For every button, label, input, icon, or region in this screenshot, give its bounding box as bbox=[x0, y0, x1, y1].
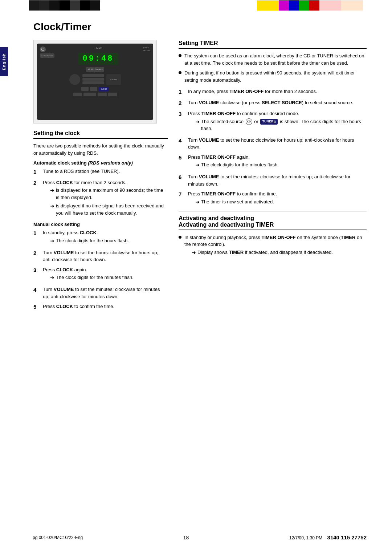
power-button-icon bbox=[40, 46, 46, 52]
arrow-item-5: ➜ The clock digits for the minutes flash… bbox=[195, 161, 367, 169]
select-source-btn-area: SELECT SOURCE bbox=[86, 67, 104, 72]
step-content: Press TIMER ON•OFF to confirm the time. … bbox=[188, 190, 367, 207]
arrow-item-3: ➜ The selected source CD or TUNER ))) is… bbox=[195, 118, 367, 132]
step-number: 6 bbox=[179, 173, 186, 187]
timer-step-6: 6 Turn VOLUME to set the minutes: clockw… bbox=[179, 173, 367, 187]
arrow-icon: ➜ bbox=[195, 198, 200, 206]
setting-clock-intro: There are two possible methods for setti… bbox=[33, 142, 168, 157]
two-column-layout: STANDBY ON TIMER 09:48 TUNER GALLERY bbox=[33, 40, 367, 314]
step-content: Turn VOLUME to set the hours: clockwise … bbox=[188, 137, 367, 151]
arrow-item-7: ➜ The timer is now set and activated. bbox=[195, 198, 367, 206]
device-inner: STANDBY ON TIMER 09:48 TUNER GALLERY bbox=[37, 44, 153, 120]
activating-timer-header: Activating and deactivatingActivating an… bbox=[179, 215, 367, 230]
arrow-text: The timer is now set and activated. bbox=[201, 198, 274, 206]
standby-label: STANDBY ON bbox=[40, 53, 54, 58]
swatch-black-1 bbox=[29, 0, 39, 11]
arrow-icon: ➜ bbox=[192, 249, 196, 256]
step-number: 7 bbox=[179, 190, 186, 207]
step-number: 2 bbox=[33, 249, 41, 263]
arrow-text: is displayed for a maximum of 90 seconds… bbox=[56, 187, 168, 201]
playback-buttons: CLOCK bbox=[81, 87, 109, 91]
device-image: STANDBY ON TIMER 09:48 TUNER GALLERY bbox=[33, 40, 157, 123]
step-content: In standby, press CLOCK. ➜ The clock dig… bbox=[43, 229, 168, 246]
auto-clock-header: Automatic clock setting (RDS versions on… bbox=[33, 160, 168, 166]
footer-date: 12/7/00, 1:30 PM bbox=[289, 535, 322, 540]
step-number: 2 bbox=[179, 99, 186, 108]
page-footer: pg 001-020/MC10/22-Eng 18 12/7/00, 1:30 … bbox=[0, 534, 392, 540]
english-tab: English bbox=[0, 47, 8, 76]
step-number: 1 bbox=[33, 168, 41, 176]
step-content: Turn VOLUME to set the minutes: clockwis… bbox=[43, 286, 168, 300]
bullet-text-1: The system can be used as an alarm clock… bbox=[184, 52, 367, 66]
secondary-buttons bbox=[73, 93, 117, 96]
tuner-badge: TUNER ))) bbox=[260, 119, 278, 125]
manual-step-3: 3 Press CLOCK again. ➜ The clock digits … bbox=[33, 266, 168, 283]
timer-steps-list: 1 In any mode, press TIMER ON•OFF for mo… bbox=[179, 88, 367, 207]
swatch-black-7 bbox=[90, 0, 100, 11]
setting-timer-bullets: The system can be used as an alarm clock… bbox=[179, 52, 367, 84]
auto-clock-title: Automatic clock setting (RDS versions on… bbox=[33, 160, 133, 166]
step-content: Press CLOCK again. ➜ The clock digits fo… bbox=[43, 266, 168, 283]
swatch-green bbox=[299, 0, 309, 11]
top-registration-bar bbox=[0, 0, 392, 10]
step-number: 1 bbox=[179, 88, 186, 96]
activating-bullet-text: In standby or during playback, press TIM… bbox=[184, 234, 367, 258]
top-bar-left bbox=[0, 0, 196, 10]
timer-step-4: 4 Turn VOLUME to set the hours: clockwis… bbox=[179, 137, 367, 151]
cd-icon: CD bbox=[246, 118, 252, 125]
step-content: Press CLOCK for more than 2 seconds. ➜ i… bbox=[43, 179, 168, 218]
left-swatches bbox=[29, 0, 100, 10]
arrow-text: The clock digits for the minutes flash. bbox=[56, 274, 134, 281]
arrow-item: ➜ The clock digits for the minutes flash… bbox=[50, 274, 168, 281]
swatch-black-2 bbox=[39, 0, 49, 11]
footer-left: pg 001-020/MC10/22-Eng bbox=[33, 535, 83, 540]
arrow-item: ➜ The clock digits for the hours flash. bbox=[50, 237, 168, 245]
manual-step-5: 5 Press CLOCK to confirm the time. bbox=[33, 303, 168, 311]
step-number: 3 bbox=[179, 110, 186, 134]
step-number: 5 bbox=[179, 154, 186, 171]
activating-bullet-1: In standby or during playback, press TIM… bbox=[179, 234, 367, 258]
timer-step-5: 5 Press TIMER ON•OFF again. ➜ The clock … bbox=[179, 154, 367, 171]
auto-step-1: 1 Tune to a RDS station (see TUNER). bbox=[33, 168, 168, 176]
step-number: 2 bbox=[33, 179, 41, 218]
arrow-item-2: ➜ is displayed if no time signal has bee… bbox=[50, 202, 168, 216]
swatch-black-6 bbox=[80, 0, 90, 11]
step-number: 3 bbox=[33, 266, 41, 283]
arrow-text: Display shows TIMER if activated, and di… bbox=[197, 249, 333, 256]
step-content: Turn VOLUME to set the hours: clockwise … bbox=[43, 249, 168, 263]
arrow-icon: ➜ bbox=[50, 187, 54, 194]
timer-step-7: 7 Press TIMER ON•OFF to confirm the time… bbox=[179, 190, 367, 207]
timer-step-3: 3 Press TIMER ON•OFF to confirm your des… bbox=[179, 110, 367, 134]
swatch-black-5 bbox=[70, 0, 80, 11]
step-number: 5 bbox=[33, 303, 41, 311]
right-swatches bbox=[257, 0, 363, 10]
swatch-blue bbox=[289, 0, 299, 11]
device-controls-row: VOLUME bbox=[40, 74, 150, 85]
manual-step-1: 1 In standby, press CLOCK. ➜ The clock d… bbox=[33, 229, 168, 246]
manual-steps-list: 1 In standby, press CLOCK. ➜ The clock d… bbox=[33, 229, 168, 311]
arrow-item-1: ➜ is displayed for a maximum of 90 secon… bbox=[50, 187, 168, 201]
swatch-black-3 bbox=[49, 0, 60, 11]
arrow-text: is displayed if no time signal has been … bbox=[56, 202, 168, 216]
swatch-peach bbox=[341, 0, 363, 11]
step-content: Tune to a RDS station (see TUNER). bbox=[43, 168, 168, 176]
step-content: Turn VOLUME to set the minutes: clockwis… bbox=[188, 173, 367, 187]
setting-clock-header: Setting the clock bbox=[33, 130, 168, 139]
timer-step-1: 1 In any mode, press TIMER ON•OFF for mo… bbox=[179, 88, 367, 96]
manual-step-2: 2 Turn VOLUME to set the hours: clockwis… bbox=[33, 249, 168, 263]
arrow-icon: ➜ bbox=[50, 274, 54, 281]
step-number: 1 bbox=[33, 229, 41, 246]
swatch-black-4 bbox=[60, 0, 70, 11]
step-content: Press TIMER ON•OFF again. ➜ The clock di… bbox=[188, 154, 367, 171]
footer-center: 18 bbox=[183, 535, 189, 540]
manual-clock-header: Manual clock setting bbox=[33, 222, 168, 227]
knob-icon bbox=[69, 74, 80, 85]
step-number: 4 bbox=[33, 286, 41, 300]
step-content: Turn VOLUME clockwise (or press SELECT S… bbox=[188, 99, 367, 108]
footer-right-area: 12/7/00, 1:30 PM 3140 115 27752 bbox=[289, 534, 367, 540]
arrow-item-activate: ➜ Display shows TIMER if activated, and … bbox=[192, 249, 367, 256]
manual-clock-title: Manual clock setting bbox=[33, 222, 80, 227]
right-column: Setting TIMER The system can be used as … bbox=[179, 40, 367, 314]
manual-step-4: 4 Turn VOLUME to set the minutes: clockw… bbox=[33, 286, 168, 300]
bullet-icon bbox=[179, 54, 181, 57]
